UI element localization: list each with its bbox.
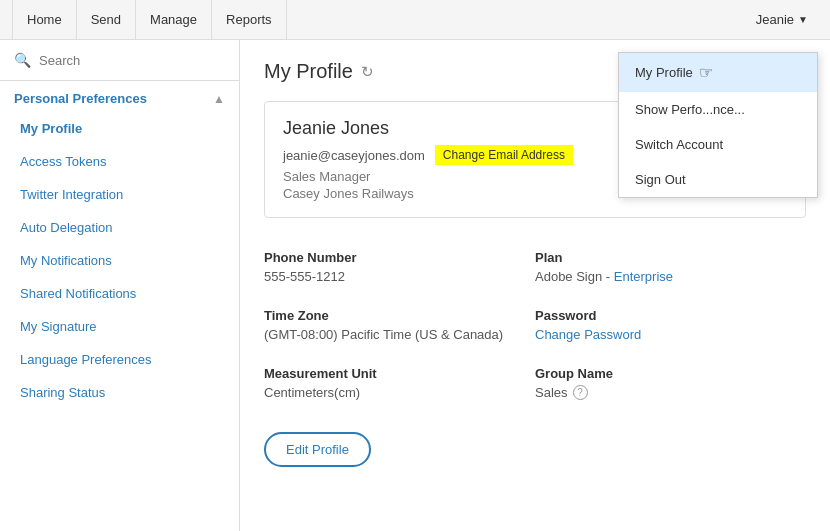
search-input[interactable] — [39, 53, 225, 68]
password-label: Password — [535, 308, 806, 323]
user-dropdown-menu: My Profile ☞ Show Perfo...nce... Switch … — [618, 52, 818, 198]
sidebar-item-twitter-integration[interactable]: Twitter Integration — [0, 178, 239, 211]
group-value: Sales — [535, 385, 568, 400]
edit-profile-button[interactable]: Edit Profile — [264, 432, 371, 467]
info-measurement: Measurement Unit Centimeters(cm) — [264, 354, 535, 412]
dropdown-show-performance-label: Show Perfo...nce... — [635, 102, 745, 117]
info-timezone: Time Zone (GMT-08:00) Pacific Time (US &… — [264, 296, 535, 354]
user-name-label: Jeanie — [756, 12, 794, 27]
dropdown-show-performance[interactable]: Show Perfo...nce... — [619, 92, 817, 127]
dropdown-switch-account[interactable]: Switch Account — [619, 127, 817, 162]
sidebar-item-shared-notifications[interactable]: Shared Notifications — [0, 277, 239, 310]
sidebar-items-list: My Profile Access Tokens Twitter Integra… — [0, 112, 239, 531]
dropdown-my-profile[interactable]: My Profile ☞ — [619, 53, 817, 92]
user-menu-trigger[interactable]: Jeanie ▼ My Profile ☞ Show Perfo...nce..… — [746, 12, 818, 27]
dropdown-sign-out[interactable]: Sign Out — [619, 162, 817, 197]
personal-preferences-label: Personal Preferences — [14, 91, 147, 106]
nav-reports[interactable]: Reports — [212, 0, 287, 40]
info-password: Password Change Password — [535, 296, 806, 354]
dropdown-switch-account-label: Switch Account — [635, 137, 723, 152]
sidebar-item-language-preferences[interactable]: Language Preferences — [0, 343, 239, 376]
group-help-icon[interactable]: ? — [573, 385, 588, 400]
password-value: Change Password — [535, 327, 806, 342]
timezone-label: Time Zone — [264, 308, 535, 323]
dropdown-my-profile-label: My Profile — [635, 65, 693, 80]
measurement-label: Measurement Unit — [264, 366, 535, 381]
timezone-value: (GMT-08:00) Pacific Time (US & Canada) — [264, 327, 535, 342]
plan-label: Plan — [535, 250, 806, 265]
top-navigation: Home Send Manage Reports Jeanie ▼ My Pro… — [0, 0, 830, 40]
sidebar-item-my-notifications[interactable]: My Notifications — [0, 244, 239, 277]
phone-label: Phone Number — [264, 250, 535, 265]
sidebar-collapse-chevron[interactable]: ▲ — [213, 92, 225, 106]
info-plan: Plan Adobe Sign - Enterprise — [535, 238, 806, 296]
group-label: Group Name — [535, 366, 806, 381]
info-phone: Phone Number 555-555-1212 — [264, 238, 535, 296]
sidebar-item-access-tokens[interactable]: Access Tokens — [0, 145, 239, 178]
sidebar-item-my-signature[interactable]: My Signature — [0, 310, 239, 343]
dropdown-sign-out-label: Sign Out — [635, 172, 686, 187]
sidebar-section-header: Personal Preferences ▲ — [0, 81, 239, 112]
sidebar-item-auto-delegation[interactable]: Auto Delegation — [0, 211, 239, 244]
sidebar: 🔍 Personal Preferences ▲ My Profile Acce… — [0, 40, 240, 531]
group-row: Sales ? — [535, 385, 806, 400]
plan-prefix: Adobe Sign - — [535, 269, 614, 284]
profile-email: jeanie@caseyjones.dom — [283, 148, 425, 163]
page-title-text: My Profile — [264, 60, 353, 83]
nav-home[interactable]: Home — [12, 0, 77, 40]
change-email-button[interactable]: Change Email Address — [435, 145, 573, 165]
plan-link[interactable]: Enterprise — [614, 269, 673, 284]
nav-manage[interactable]: Manage — [136, 0, 212, 40]
search-icon: 🔍 — [14, 52, 31, 68]
info-group: Group Name Sales ? — [535, 354, 806, 412]
plan-value: Adobe Sign - Enterprise — [535, 269, 806, 284]
sidebar-item-sharing-status[interactable]: Sharing Status — [0, 376, 239, 409]
cursor-icon: ☞ — [699, 63, 713, 82]
info-grid: Phone Number 555-555-1212 Plan Adobe Sig… — [264, 238, 806, 412]
change-password-link[interactable]: Change Password — [535, 327, 641, 342]
nav-send[interactable]: Send — [77, 0, 136, 40]
refresh-icon[interactable]: ↻ — [361, 63, 374, 81]
phone-value: 555-555-1212 — [264, 269, 535, 284]
sidebar-item-my-profile[interactable]: My Profile — [0, 112, 239, 145]
measurement-value: Centimeters(cm) — [264, 385, 535, 400]
search-box: 🔍 — [0, 40, 239, 81]
user-dropdown-arrow: ▼ — [798, 14, 808, 25]
